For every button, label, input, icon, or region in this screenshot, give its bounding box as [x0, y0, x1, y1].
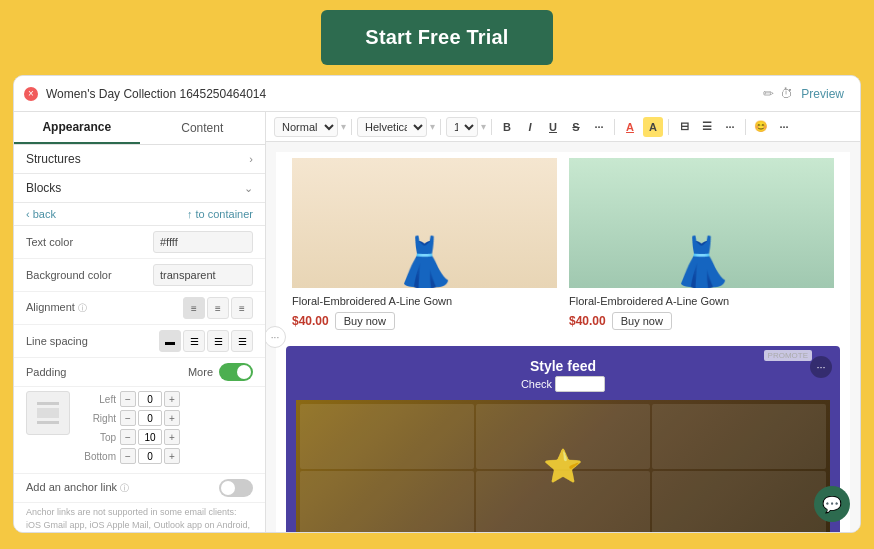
text-style-select[interactable]: Normal [274, 117, 338, 137]
anchor-note: Anchor links are not supported in some e… [14, 503, 265, 532]
left-panel: Appearance Content Structures › Blocks ⌄… [14, 112, 266, 532]
product-card-1: 👗 Floral-Embroidered A-Line Gown $40.00 … [286, 152, 563, 336]
alignment-row: Alignment ⓘ ≡ ≡ ≡ [14, 292, 265, 325]
align-left-button[interactable]: ≡ [183, 297, 205, 319]
padding-toggle[interactable] [219, 363, 253, 381]
product-name-1: Floral-Embroidered A-Line Gown [292, 294, 557, 308]
font-select[interactable]: Helvetica [357, 117, 427, 137]
product-image-1: 👗 [292, 158, 557, 288]
padding-top-row: Top − + [78, 429, 253, 445]
padding-top-increment[interactable]: + [164, 429, 180, 445]
toolbar-divider-4 [614, 119, 615, 135]
buy-button-2[interactable]: Buy now [612, 312, 672, 330]
start-trial-button[interactable]: Start Free Trial [321, 10, 552, 65]
navigation-row: ‹ back ↑ to container [14, 203, 265, 226]
strikethrough-button[interactable]: S [566, 117, 586, 137]
blocks-arrow: ⌄ [244, 182, 253, 195]
top-bar: Start Free Trial [0, 0, 874, 75]
product-price-row-1: $40.00 Buy now [292, 312, 557, 330]
edit-icon[interactable]: ✏ [763, 86, 774, 101]
padding-top-label: Top [78, 432, 116, 443]
ls-btn-1[interactable]: ▬ [159, 330, 181, 352]
blocks-section[interactable]: Blocks ⌄ [14, 174, 265, 203]
editor-window: × Women's Day Collection 1645250464014 ✏… [13, 75, 861, 533]
indent-button[interactable]: ⊟ [674, 117, 694, 137]
svg-rect-2 [37, 421, 59, 424]
anchor-toggle[interactable] [219, 479, 253, 497]
padding-right-increment[interactable]: + [164, 410, 180, 426]
editor-body: Appearance Content Structures › Blocks ⌄… [14, 112, 860, 532]
product-row: 👗 Floral-Embroidered A-Line Gown $40.00 … [276, 152, 850, 346]
anchor-row: Add an anchor link ⓘ [14, 474, 265, 503]
style-feed-img-container: ⭐ [296, 400, 830, 532]
italic-button[interactable]: I [520, 117, 540, 137]
padding-left-increment[interactable]: + [164, 391, 180, 407]
padding-more-label: More [188, 366, 213, 378]
tab-appearance[interactable]: Appearance [14, 112, 140, 144]
padding-thumb-icon [26, 391, 70, 435]
text-color-input[interactable] [153, 231, 253, 253]
title-bar: × Women's Day Collection 1645250464014 ✏… [14, 76, 860, 112]
padding-left-value[interactable] [138, 391, 162, 407]
align-right-button[interactable]: ≡ [231, 297, 253, 319]
more-button-2[interactable]: ··· [720, 117, 740, 137]
toolbar-divider-2 [440, 119, 441, 135]
extra-button[interactable]: ··· [774, 117, 794, 137]
alignment-buttons: ≡ ≡ ≡ [183, 297, 253, 319]
underline-button[interactable]: U [543, 117, 563, 137]
person-silhouette-2: 👗 [671, 238, 733, 288]
style-feed-section: PROMOTE ··· Style feed Check [286, 346, 840, 532]
preview-link[interactable]: Preview [801, 87, 850, 101]
font-color-button[interactable]: A [620, 117, 640, 137]
padding-right-value[interactable] [138, 410, 162, 426]
padding-left-label: Left [78, 394, 116, 405]
blocks-label: Blocks [26, 181, 61, 195]
close-icon[interactable]: × [24, 87, 38, 101]
clock-icon[interactable]: ⏱ [780, 86, 793, 101]
line-spacing-buttons: ▬ ☰ ☰ ☰ [159, 330, 253, 352]
size-select[interactable]: 14 [446, 117, 478, 137]
size-arrow: ▾ [481, 121, 486, 132]
check-input[interactable] [555, 376, 605, 392]
to-container-link[interactable]: ↑ to container [187, 208, 253, 220]
emoji-button[interactable]: 😊 [751, 117, 771, 137]
text-color-row: Text color [14, 226, 265, 259]
preview-content: 👗 Floral-Embroidered A-Line Gown $40.00 … [276, 152, 850, 532]
structures-label: Structures [26, 152, 81, 166]
bg-color-label: Background color [26, 269, 112, 281]
product-price-row-2: $40.00 Buy now [569, 312, 834, 330]
svg-rect-1 [37, 408, 59, 418]
list-button[interactable]: ☰ [697, 117, 717, 137]
document-title: Women's Day Collection 1645250464014 [46, 87, 755, 101]
chat-bubble-button[interactable]: 💬 [814, 486, 850, 522]
tab-row: Appearance Content [14, 112, 265, 145]
ls-btn-2[interactable]: ☰ [183, 330, 205, 352]
structures-section[interactable]: Structures › [14, 145, 265, 174]
padding-left-decrement[interactable]: − [120, 391, 136, 407]
right-panel: Normal ▾ Helvetica ▾ 14 ▾ B I U S ··· [266, 112, 860, 532]
more-format-button[interactable]: ··· [589, 117, 609, 137]
padding-bottom-value[interactable] [138, 448, 162, 464]
bold-button[interactable]: B [497, 117, 517, 137]
bg-color-input[interactable] [153, 264, 253, 286]
ls-btn-4[interactable]: ☰ [231, 330, 253, 352]
check-label: Check [521, 378, 552, 390]
back-link[interactable]: ‹ back [26, 208, 56, 220]
padding-header: Padding More [14, 358, 265, 387]
ls-btn-3[interactable]: ☰ [207, 330, 229, 352]
tab-content[interactable]: Content [140, 112, 266, 144]
padding-left-row: Left − + [78, 391, 253, 407]
style-feed-more-icon[interactable]: ··· [810, 356, 832, 378]
padding-top-value[interactable] [138, 429, 162, 445]
padding-bottom-decrement[interactable]: − [120, 448, 136, 464]
padding-label: Padding [26, 366, 106, 378]
padding-top-decrement[interactable]: − [120, 429, 136, 445]
highlight-button[interactable]: A [643, 117, 663, 137]
padding-bottom-increment[interactable]: + [164, 448, 180, 464]
padding-right-decrement[interactable]: − [120, 410, 136, 426]
buy-button-1[interactable]: Buy now [335, 312, 395, 330]
toolbar-divider-1 [351, 119, 352, 135]
svg-rect-0 [37, 402, 59, 405]
anchor-label: Add an anchor link ⓘ [26, 481, 129, 495]
align-center-button[interactable]: ≡ [207, 297, 229, 319]
